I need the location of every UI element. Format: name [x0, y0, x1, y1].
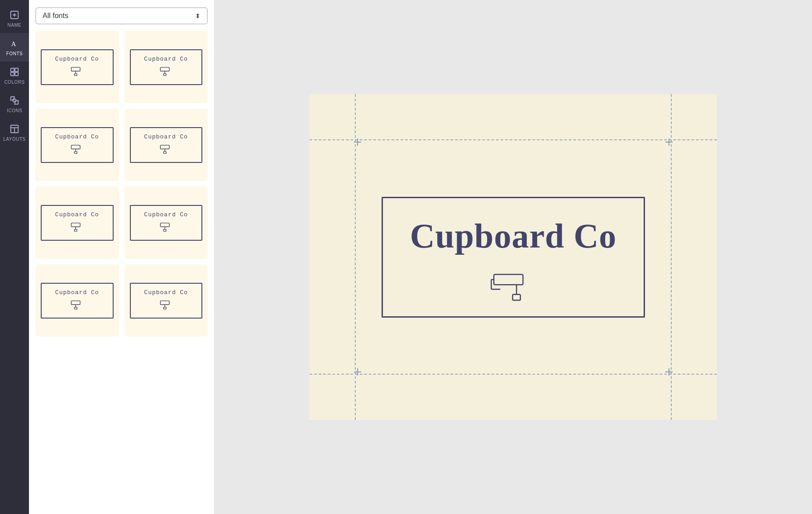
logo-card-text-8: Cupboard Co	[144, 289, 188, 296]
canvas-area: Cupboard Co	[215, 0, 812, 514]
font-panel: All fonts ⬍ Cupboard Co Cupboard Co	[29, 0, 215, 514]
sidebar-item-icons[interactable]: ICONS	[0, 90, 29, 119]
svg-rect-35	[160, 300, 169, 304]
paint-roller-icon-3	[71, 144, 83, 157]
logo-card-inner-1: Cupboard Co	[41, 49, 114, 85]
crosshair-bottom-left	[354, 368, 361, 376]
logo-card-8[interactable]: Cupboard Co	[124, 264, 208, 337]
colors-icon	[10, 67, 19, 78]
sidebar-item-name-label: NAME	[8, 23, 22, 28]
svg-rect-6	[11, 72, 14, 76]
svg-rect-4	[11, 68, 14, 71]
paint-roller-icon-4	[160, 144, 172, 157]
crosshair-top-right	[665, 138, 673, 146]
sidebar-item-colors[interactable]: COLORS	[0, 62, 29, 90]
sidebar-item-layouts-label: LAYOUTS	[3, 137, 25, 142]
svg-rect-38	[494, 274, 523, 285]
icons-icon	[10, 95, 19, 106]
svg-rect-7	[15, 72, 18, 76]
logo-card-inner-6: Cupboard Co	[130, 205, 203, 241]
logo-card-inner-7: Cupboard Co	[41, 283, 114, 319]
svg-rect-26	[72, 223, 81, 226]
logo-card-text-5: Cupboard Co	[55, 211, 99, 218]
logo-card-grid: Cupboard Co Cupboard Co	[35, 31, 208, 337]
svg-rect-20	[72, 145, 81, 148]
logo-card-text-1: Cupboard Co	[55, 56, 99, 62]
svg-rect-34	[75, 307, 77, 309]
logo-card-6[interactable]: Cupboard Co	[124, 186, 208, 259]
font-dropdown[interactable]: All fonts ⬍	[35, 7, 208, 24]
logo-card-3[interactable]: Cupboard Co	[35, 109, 119, 181]
logo-card-5[interactable]: Cupboard Co	[35, 186, 119, 259]
svg-text:A: A	[11, 40, 16, 48]
logo-card-text-2: Cupboard Co	[144, 56, 188, 62]
svg-rect-32	[72, 300, 81, 304]
svg-rect-14	[72, 67, 81, 71]
svg-rect-17	[160, 67, 169, 71]
edit-icon	[10, 10, 19, 21]
guide-bottom	[310, 374, 717, 375]
main-logo-text: Cupboard Co	[410, 216, 617, 256]
svg-rect-31	[163, 229, 166, 231]
logo-card-text-4: Cupboard Co	[144, 133, 188, 140]
font-icon: A	[10, 38, 19, 49]
paint-roller-icon-8	[160, 300, 172, 312]
font-dropdown-label: All fonts	[43, 12, 68, 20]
logo-card-inner-5: Cupboard Co	[41, 205, 114, 241]
svg-rect-5	[15, 68, 18, 71]
sidebar-item-icons-label: ICONS	[7, 108, 22, 113]
logo-card-1[interactable]: Cupboard Co	[35, 31, 119, 103]
guide-top	[310, 139, 717, 140]
logo-card-text-3: Cupboard Co	[55, 133, 99, 140]
svg-rect-23	[160, 145, 169, 148]
sidebar-item-fonts[interactable]: A FONTS	[0, 33, 29, 62]
logo-card-4[interactable]: Cupboard Co	[124, 109, 208, 181]
layouts-icon	[10, 124, 19, 135]
sidebar-item-name[interactable]: NAME	[0, 5, 29, 33]
svg-rect-37	[163, 307, 166, 309]
sidebar-item-layouts[interactable]: LAYOUTS	[0, 119, 29, 147]
logo-card-text-6: Cupboard Co	[144, 211, 188, 218]
paint-roller-icon-5	[71, 222, 83, 234]
svg-rect-29	[160, 223, 169, 226]
logo-card-7[interactable]: Cupboard Co	[35, 264, 119, 337]
logo-card-inner-2: Cupboard Co	[130, 49, 203, 85]
svg-rect-28	[75, 229, 77, 231]
svg-rect-40	[513, 294, 521, 300]
logo-card-text-7: Cupboard Co	[55, 289, 99, 296]
svg-rect-16	[75, 73, 77, 75]
svg-rect-19	[163, 73, 166, 75]
logo-card-inner-8: Cupboard Co	[130, 283, 203, 319]
sidebar: NAME A FONTS COLORS	[0, 0, 29, 514]
chevron-down-icon: ⬍	[195, 12, 201, 19]
main-logo-box[interactable]: Cupboard Co	[382, 197, 645, 318]
sidebar-item-colors-label: COLORS	[4, 80, 24, 85]
logo-card-inner-3: Cupboard Co	[41, 127, 114, 163]
logo-card-2[interactable]: Cupboard Co	[124, 31, 208, 103]
paint-roller-icon-6	[160, 222, 172, 234]
svg-rect-25	[163, 151, 166, 153]
sidebar-item-fonts-label: FONTS	[6, 51, 23, 56]
svg-rect-22	[75, 151, 77, 153]
main-paint-roller-icon	[491, 269, 536, 307]
paint-roller-icon-7	[71, 300, 83, 312]
crosshair-bottom-right	[665, 368, 673, 376]
paint-roller-icon-1	[71, 66, 83, 79]
canvas-background: Cupboard Co	[310, 94, 717, 420]
paint-roller-icon-2	[160, 66, 172, 79]
crosshair-top-left	[354, 138, 361, 146]
logo-card-inner-4: Cupboard Co	[130, 127, 203, 163]
